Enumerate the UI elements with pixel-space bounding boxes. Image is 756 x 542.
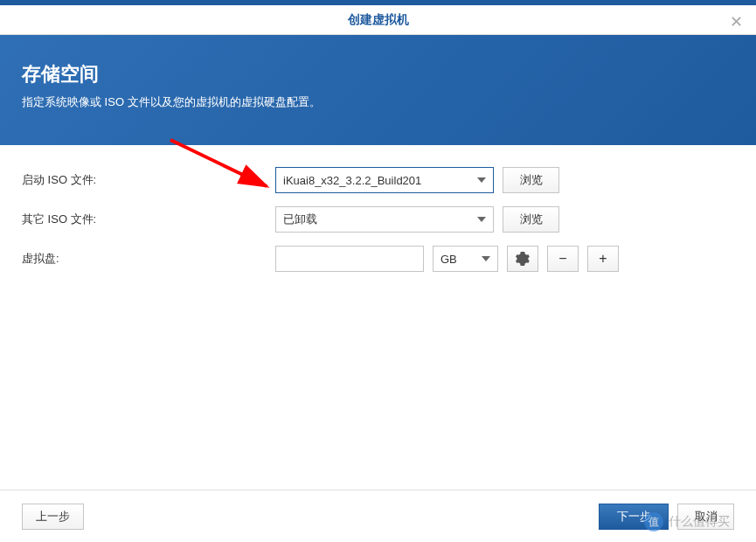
close-icon[interactable]: ✕ <box>730 12 743 31</box>
cancel-button[interactable]: 取消 <box>677 504 734 530</box>
boot-iso-value: iKuai8_x32_3.2.2_Build201 <box>283 174 421 187</box>
dialog-title: 创建虚拟机 <box>348 12 409 28</box>
banner: 存储空间 指定系统映像或 ISO 文件以及您的虚拟机的虚拟硬盘配置。 <box>0 35 756 145</box>
banner-desc: 指定系统映像或 ISO 文件以及您的虚拟机的虚拟硬盘配置。 <box>22 94 734 110</box>
chevron-down-icon <box>482 256 490 261</box>
row-vdisk: 虚拟盘: GB − + <box>22 246 734 272</box>
other-iso-value: 已卸载 <box>283 212 317 227</box>
vdisk-label: 虚拟盘: <box>22 251 267 267</box>
vdisk-unit-value: GB <box>440 253 457 266</box>
vdisk-size-input[interactable] <box>275 246 424 272</box>
vdisk-unit-select[interactable]: GB <box>433 246 498 272</box>
other-iso-browse-button[interactable]: 浏览 <box>503 206 559 233</box>
other-iso-select[interactable]: 已卸载 <box>275 206 494 233</box>
chevron-down-icon <box>477 177 486 183</box>
prev-button[interactable]: 上一步 <box>22 504 84 530</box>
vdisk-remove-button[interactable]: − <box>547 246 579 272</box>
boot-iso-browse-button[interactable]: 浏览 <box>503 167 559 193</box>
row-boot-iso: 启动 ISO 文件: iKuai8_x32_3.2.2_Build201 浏览 <box>22 167 734 193</box>
other-iso-label: 其它 ISO 文件: <box>22 212 267 227</box>
titlebar: 创建虚拟机 ✕ <box>0 0 756 35</box>
row-other-iso: 其它 ISO 文件: 已卸载 浏览 <box>22 206 734 233</box>
chevron-down-icon <box>477 217 486 222</box>
vdisk-add-button[interactable]: + <box>587 246 619 272</box>
next-button[interactable]: 下一步 <box>599 504 669 530</box>
boot-iso-label: 启动 ISO 文件: <box>22 172 267 188</box>
boot-iso-select[interactable]: iKuai8_x32_3.2.2_Build201 <box>275 167 494 193</box>
vdisk-settings-button[interactable] <box>507 246 538 272</box>
form: 启动 ISO 文件: iKuai8_x32_3.2.2_Build201 浏览 … <box>0 145 756 272</box>
footer: 上一步 下一步 取消 <box>0 490 756 542</box>
gear-icon <box>516 252 530 266</box>
banner-title: 存储空间 <box>22 61 734 87</box>
